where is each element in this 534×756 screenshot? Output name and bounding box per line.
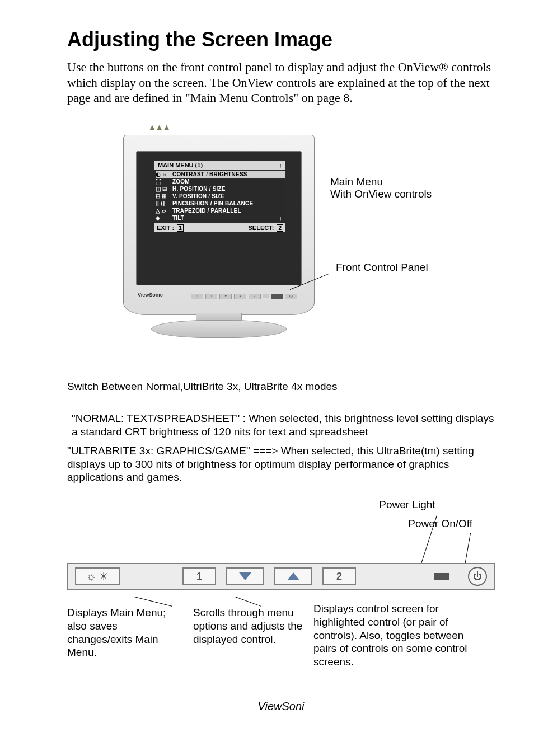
monitor-brand-label: ViewSonic [138,292,163,298]
sun-bright-icon: ☀ [99,570,109,583]
contrast-brightness-icon: ◐ ☼ [156,171,172,177]
button-down[interactable] [226,567,264,585]
monitor-base [151,320,287,338]
monitor-front-panel-icon: ☼1▼▲2⏻ [191,294,297,299]
svg-marker-0 [239,572,251,580]
power-onoff-callout: Power On/Off [408,518,472,530]
tilt-icon: ◈ [156,215,172,221]
triangle-down-icon [238,571,252,581]
power-button[interactable]: ⏻ [468,567,487,586]
osd-select-label: SELECT: [249,224,274,231]
osd-footer: EXIT : 1 SELECT: 2 [154,223,285,232]
monitor-shell: MAIN MENU (1) ↑ ◐ ☼ CONTRAST / BRIGHTNES… [123,135,315,315]
osd-item-pincushion[interactable]: ][ (] PINCUSHION / PIN BALANCE [156,200,285,207]
desc-arrows: Scrolls through menu options and adjusts… [193,606,316,646]
button-2[interactable]: 2 [322,567,356,585]
front-panel-strip: ☼ ☀ 1 2 ⏻ [67,563,495,590]
button-up[interactable] [274,567,312,585]
osd-item-contrast[interactable]: ◐ ☼ CONTRAST / BRIGHTNESS [156,171,285,178]
intro-paragraph: Use the buttons on the front control pan… [67,59,495,106]
ultrabrite-mode-text: "ULTRABRITE 3x: GRAPHICS/GAME" ===> When… [67,444,495,484]
power-led-icon [434,573,449,580]
front-panel-figure: Power Light Power On/Off ☼ ☀ 1 2 ⏻ [67,499,495,683]
osd-item-zoom[interactable]: ⛶ ZOOM [156,178,285,185]
viewsonic-birds-icon: ▲▲▲ [148,123,170,133]
osd-item-label: TRAPEZOID / PARALLEL [172,208,241,214]
page-title: Adjusting the Screen Image [67,28,495,51]
up-arrow-icon: ↑ [279,162,283,168]
osd-item-trapezoid[interactable]: △ ▱ TRAPEZOID / PARALLEL [156,207,285,214]
button-1[interactable]: 1 [182,567,216,585]
brightness-buttons[interactable]: ☼ ☀ [75,567,120,585]
osd-title-bar: MAIN MENU (1) ↑ [154,161,285,170]
down-arrow-icon: ↓ [279,215,283,222]
vpos-icon: ⊟ ⊞ [156,193,172,199]
osd-exit-key: 1 [177,224,184,232]
switch-modes-text: Switch Between Normal,UltriBrite 3x, Ult… [67,380,495,393]
power-icon: ⏻ [473,571,482,581]
trapezoid-icon: △ ▱ [156,208,172,214]
normal-mode-text: "NORMAL: TEXT/SPREADSHEET" : When select… [72,412,495,439]
svg-marker-1 [287,572,299,580]
osd-title-text: MAIN MENU (1) [158,162,203,168]
monitor-figure: ▲▲▲ MAIN MENU (1) ↑ ◐ ☼ CONTRAST / BRIGH… [90,123,495,369]
desc-button-1: Displays Main Menu; also saves changes/e… [67,606,185,659]
osd-item-label: PINCUSHION / PIN BALANCE [172,200,253,206]
osd-item-label: TILT [172,215,184,221]
osd-item-label: H. POSITION / SIZE [172,186,226,192]
power-light-callout: Power Light [379,499,472,511]
osd-exit-label: EXIT : [157,224,174,231]
osd-item-label: CONTRAST / BRIGHTNESS [172,171,247,177]
osd-item-label: V. POSITION / SIZE [172,193,224,199]
callout-main-menu-l1: Main Menu [330,176,487,188]
zoom-icon: ⛶ [156,179,172,185]
desc-button-2: Displays control screen for highlighted … [313,602,481,669]
sun-dim-icon: ☼ [86,570,96,583]
triangle-up-icon [286,571,301,581]
callout-front-panel: Front Control Panel [336,261,428,274]
footer-brand: ViewSoni [67,700,495,713]
osd-item-hpos[interactable]: ◫ ⊟ H. POSITION / SIZE [156,185,285,192]
osd-menu: MAIN MENU (1) ↑ ◐ ☼ CONTRAST / BRIGHTNES… [154,161,285,232]
osd-item-vpos[interactable]: ⊟ ⊞ V. POSITION / SIZE [156,192,285,200]
hpos-icon: ◫ ⊟ [156,186,172,192]
monitor-screen: MAIN MENU (1) ↑ ◐ ☼ CONTRAST / BRIGHTNES… [136,151,302,285]
callout-main-menu: Main Menu With OnView controls [330,176,487,200]
pincushion-icon: ][ (] [156,200,172,206]
osd-select-key: 2 [277,224,283,232]
callout-main-menu-l2: With OnView controls [330,188,487,200]
osd-item-tilt[interactable]: ◈ TILT ↓ [156,214,285,222]
osd-item-label: ZOOM [172,179,190,185]
